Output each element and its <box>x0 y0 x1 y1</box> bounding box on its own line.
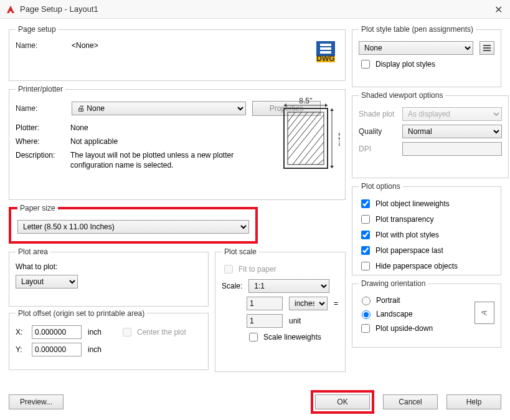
page-setup-dialog: Page Setup - Layout1 ✕ Page setup Name: … <box>0 0 510 420</box>
plotter-label: Plotter: <box>16 123 70 132</box>
hide-paperspace-checkbox[interactable] <box>361 262 370 270</box>
scale-lineweights-label: Scale lineweights <box>263 333 321 341</box>
page-setup-legend: Page setup <box>16 25 59 34</box>
printer-plotter-legend: Printer/plotter <box>16 85 65 93</box>
fit-to-paper-label: Fit to paper <box>238 265 276 274</box>
scale-numerator-input[interactable] <box>247 297 283 310</box>
quality-label: Quality <box>359 127 396 136</box>
svg-line-14 <box>288 112 308 137</box>
plot-scale-group: Plot scale Fit to paper Scale: 1:1 inche… <box>215 247 346 372</box>
plot-transparency-label: Plot transparency <box>375 215 433 224</box>
plot-offset-group: Plot offset (origin set to printable are… <box>9 309 209 370</box>
svg-rect-3 <box>320 51 331 54</box>
svg-line-12 <box>288 112 320 152</box>
plot-paperspace-checkbox[interactable] <box>361 246 370 255</box>
svg-line-18 <box>299 133 324 165</box>
svg-line-20 <box>311 151 324 165</box>
quality-select[interactable]: Normal <box>402 125 502 138</box>
fit-to-paper-checkbox <box>224 265 233 274</box>
plot-transparency-checkbox[interactable] <box>361 215 370 224</box>
plot-lineweights-label: Plot object lineweights <box>375 199 450 208</box>
plot-scale-legend: Plot scale <box>222 247 259 256</box>
page-setup-group: Page setup Name: <None> DWG <box>9 25 346 81</box>
plotter-name-label: Name: <box>16 104 65 113</box>
close-icon[interactable]: ✕ <box>494 4 503 16</box>
scale-denominator-input[interactable] <box>247 314 283 328</box>
paper-preview-icon: 8.5'' 11.0'' <box>278 97 340 172</box>
svg-rect-27 <box>483 50 491 51</box>
cancel-button[interactable]: Cancel <box>383 394 438 409</box>
dpi-input <box>402 142 502 156</box>
y-offset-input[interactable] <box>32 343 82 356</box>
svg-line-17 <box>293 125 324 165</box>
paper-height-label: 11.0'' <box>337 132 340 150</box>
x-offset-input[interactable] <box>32 325 82 339</box>
scale-select[interactable]: 1:1 <box>248 279 329 293</box>
svg-rect-1 <box>320 44 331 46</box>
svg-rect-2 <box>320 47 331 50</box>
y-unit: inch <box>88 345 102 354</box>
shaded-vp-legend: Shaded viewport options <box>359 91 445 100</box>
svg-marker-23 <box>330 108 334 111</box>
plotter-name-select[interactable]: 🖨 None <box>72 102 246 115</box>
plot-options-legend: Plot options <box>359 182 403 191</box>
portrait-radio[interactable] <box>362 297 371 305</box>
scale-unit-select[interactable]: inches <box>289 297 328 310</box>
svg-text:DWG: DWG <box>316 54 334 62</box>
what-to-plot-select[interactable]: Layout <box>16 275 78 289</box>
plot-lineweights-checkbox[interactable] <box>361 199 370 208</box>
plot-style-edit-button[interactable] <box>479 41 494 55</box>
svg-line-16 <box>288 112 295 122</box>
page-setup-name-value: <None> <box>72 41 98 50</box>
equals-label: = <box>334 299 338 308</box>
plot-area-group: Plot area What to plot: Layout <box>9 247 209 307</box>
y-label: Y: <box>16 345 26 354</box>
autocad-logo-icon <box>5 4 16 15</box>
description-value: The layout will not be plotted unless a … <box>70 151 252 170</box>
svg-rect-25 <box>483 45 491 46</box>
plot-offset-legend: Plot offset (origin set to printable are… <box>16 309 147 318</box>
help-button[interactable]: Help <box>446 394 501 409</box>
titlebar: Page Setup - Layout1 ✕ <box>0 0 510 19</box>
plot-style-select[interactable]: None <box>359 41 473 55</box>
plot-with-styles-checkbox[interactable] <box>361 231 370 239</box>
svg-marker-24 <box>330 166 334 168</box>
landscape-radio[interactable] <box>362 310 371 319</box>
shaded-viewport-group: Shaded viewport options Shade plot As di… <box>352 91 509 178</box>
dpi-label: DPI <box>359 145 396 153</box>
orientation-icon: A <box>475 302 494 324</box>
display-plot-styles-checkbox[interactable] <box>361 60 370 69</box>
svg-rect-9 <box>284 108 328 168</box>
drawing-orientation-group: Drawing orientation Portrait Landscape P… <box>352 279 501 348</box>
center-plot-checkbox <box>123 328 131 336</box>
where-label: Where: <box>16 137 70 146</box>
svg-line-15 <box>288 112 301 130</box>
x-unit: inch <box>88 328 102 336</box>
unit-label: unit <box>289 317 301 325</box>
description-label: Description: <box>16 151 70 160</box>
plot-with-styles-label: Plot with plot styles <box>375 231 439 239</box>
plot-paperspace-label: Plot paperspace last <box>375 246 443 255</box>
scale-lineweights-checkbox[interactable] <box>249 333 258 341</box>
what-to-plot-label: What to plot: <box>16 262 202 271</box>
list-icon <box>483 44 491 52</box>
dialog-footer: Preview... OK Cancel Help <box>9 390 501 414</box>
paper-width-label: 8.5'' <box>299 97 312 105</box>
paper-size-legend: Paper size <box>17 204 58 212</box>
svg-line-11 <box>288 115 324 160</box>
shade-plot-select: As displayed <box>402 107 502 121</box>
upside-down-checkbox[interactable] <box>361 324 370 333</box>
shade-plot-label: Shade plot <box>359 110 396 118</box>
printer-plotter-group: Printer/plotter Name: 🖨 None Properties … <box>9 85 346 200</box>
center-plot-label: Center the plot <box>137 328 186 336</box>
page-setup-name-label: Name: <box>16 41 65 50</box>
plotter-value: None <box>70 123 252 132</box>
window-title: Page Setup - Layout1 <box>20 4 98 14</box>
paper-size-select[interactable]: Letter (8.50 x 11.00 Inches) <box>17 220 249 234</box>
preview-button[interactable]: Preview... <box>9 394 64 409</box>
orientation-legend: Drawing orientation <box>359 279 428 288</box>
upside-down-label: Plot upside-down <box>375 324 433 333</box>
ok-button[interactable]: OK <box>315 394 370 409</box>
where-value: Not applicable <box>70 137 252 146</box>
dwg-icon: DWG <box>316 41 335 62</box>
